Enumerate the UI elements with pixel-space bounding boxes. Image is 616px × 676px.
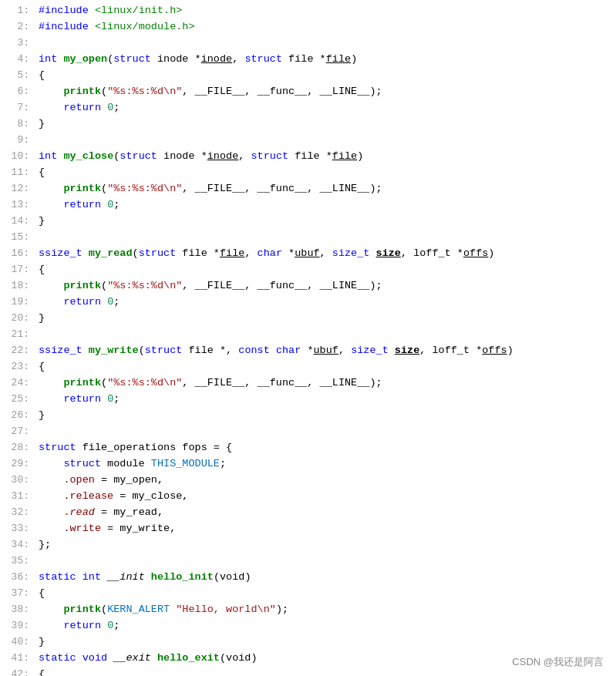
code-line: 1:#include <linux/init.h>: [0, 3, 616, 19]
code-line: 17:{: [0, 262, 616, 278]
code-text: };: [39, 537, 610, 553]
line-number: 23:: [6, 359, 29, 375]
line-number: 42:: [6, 667, 29, 676]
code-line: 26:}: [0, 408, 616, 424]
code-text: printk("%s:%s:%d\n", __FILE__, __func__,…: [39, 181, 610, 197]
code-line: 6: printk("%s:%s:%d\n", __FILE__, __func…: [0, 84, 616, 100]
line-number: 2:: [6, 19, 29, 35]
code-text: #include <linux/init.h>: [39, 3, 610, 19]
line-number: 7:: [6, 100, 29, 116]
code-line: 40:}: [0, 634, 616, 651]
code-text: printk("%s:%s:%d\n", __FILE__, __func__,…: [39, 84, 610, 100]
code-line: 31: .release = my_close,: [0, 489, 616, 505]
code-line: 23:{: [0, 359, 616, 375]
code-text: .read = my_read,: [39, 505, 610, 521]
code-text: .open = my_open,: [39, 473, 610, 489]
code-text: struct file_operations fops = {: [39, 440, 610, 456]
code-text: ssize_t my_read(struct file *file, char …: [39, 246, 610, 262]
line-number: 13:: [6, 197, 29, 213]
code-line: 39: return 0;: [0, 618, 616, 634]
code-line: 35:: [0, 553, 616, 570]
line-number: 18:: [6, 278, 29, 294]
line-number: 8:: [6, 116, 29, 132]
code-text: .release = my_close,: [39, 489, 610, 505]
line-number: 25:: [6, 392, 29, 407]
code-line: 19: return 0;: [0, 294, 616, 311]
line-number: 6:: [6, 84, 29, 99]
code-text: ssize_t my_write(struct file *, const ch…: [39, 343, 610, 359]
code-text: return 0;: [39, 618, 610, 634]
code-text: }: [39, 634, 610, 651]
line-number: 5:: [6, 68, 29, 83]
code-text: return 0;: [39, 197, 610, 214]
line-number: 4:: [6, 52, 29, 67]
code-text: int my_close(struct inode *inode, struct…: [39, 149, 610, 165]
code-line: 11:{: [0, 165, 616, 181]
code-line: 27:: [0, 424, 616, 440]
line-number: 26:: [6, 408, 29, 423]
line-number: 28:: [6, 440, 29, 456]
code-line: 36:static int __init hello_init(void): [0, 570, 616, 586]
code-line: 20:}: [0, 311, 616, 327]
code-text: {: [39, 68, 610, 84]
code-text: struct module THIS_MODULE;: [39, 456, 610, 473]
code-text: {: [39, 165, 610, 181]
code-line: 22:ssize_t my_write(struct file *, const…: [0, 343, 616, 359]
code-line: 37:{: [0, 586, 616, 602]
code-line: 38: printk(KERN_ALERT "Hello, world\n");: [0, 602, 616, 618]
code-line: 3:: [0, 35, 616, 52]
line-number: 11:: [6, 165, 29, 180]
line-number: 1:: [6, 3, 29, 18]
code-text: int my_open(struct inode *inode, struct …: [39, 52, 610, 68]
code-line: 21:: [0, 327, 616, 343]
line-number: 29:: [6, 456, 29, 472]
code-container: 1:#include <linux/init.h>2:#include <lin…: [0, 0, 616, 676]
line-number: 36:: [6, 570, 29, 585]
line-number: 27:: [6, 424, 29, 439]
code-line: 18: printk("%s:%s:%d\n", __FILE__, __fun…: [0, 278, 616, 294]
line-number: 15:: [6, 230, 29, 245]
line-number: 40:: [6, 634, 29, 650]
code-text: }: [39, 214, 610, 230]
code-text: {: [39, 586, 610, 602]
code-text: return 0;: [39, 294, 610, 311]
line-number: 22:: [6, 343, 29, 358]
code-line: 15:: [0, 230, 616, 246]
code-text: return 0;: [39, 392, 610, 408]
line-number: 38:: [6, 602, 29, 617]
code-line: 7: return 0;: [0, 100, 616, 116]
code-line: 2:#include <linux/module.h>: [0, 19, 616, 35]
line-number: 17:: [6, 262, 29, 277]
code-line: 4:int my_open(struct inode *inode, struc…: [0, 52, 616, 68]
line-number: 30:: [6, 473, 29, 488]
code-text: printk("%s:%s:%d\n", __FILE__, __func__,…: [39, 375, 610, 392]
line-number: 24:: [6, 375, 29, 391]
code-line: 14:}: [0, 214, 616, 230]
code-text: printk("%s:%s:%d\n", __FILE__, __func__,…: [39, 278, 610, 294]
code-line: 28:struct file_operations fops = {: [0, 440, 616, 456]
line-number: 33:: [6, 521, 29, 536]
line-number: 32:: [6, 505, 29, 520]
line-number: 14:: [6, 214, 29, 229]
code-line: 16:ssize_t my_read(struct file *file, ch…: [0, 246, 616, 262]
code-text: static int __init hello_init(void): [39, 570, 610, 586]
code-line: 12: printk("%s:%s:%d\n", __FILE__, __fun…: [0, 181, 616, 197]
line-number: 39:: [6, 618, 29, 634]
line-number: 3:: [6, 35, 29, 51]
line-number: 10:: [6, 149, 29, 164]
line-number: 31:: [6, 489, 29, 504]
line-number: 21:: [6, 327, 29, 342]
code-text: }: [39, 408, 610, 424]
line-number: 16:: [6, 246, 29, 261]
csdn-footer: CSDN @我还是阿言: [512, 654, 604, 670]
code-line: 8:}: [0, 116, 616, 133]
code-text: return 0;: [39, 100, 610, 116]
code-text: {: [39, 262, 610, 278]
code-line: 33: .write = my_write,: [0, 521, 616, 537]
code-line: 10:int my_close(struct inode *inode, str…: [0, 149, 616, 165]
code-line: 32: .read = my_read,: [0, 505, 616, 521]
line-number: 19:: [6, 294, 29, 310]
code-text: }: [39, 311, 610, 327]
line-number: 37:: [6, 586, 29, 601]
code-line: 25: return 0;: [0, 392, 616, 408]
